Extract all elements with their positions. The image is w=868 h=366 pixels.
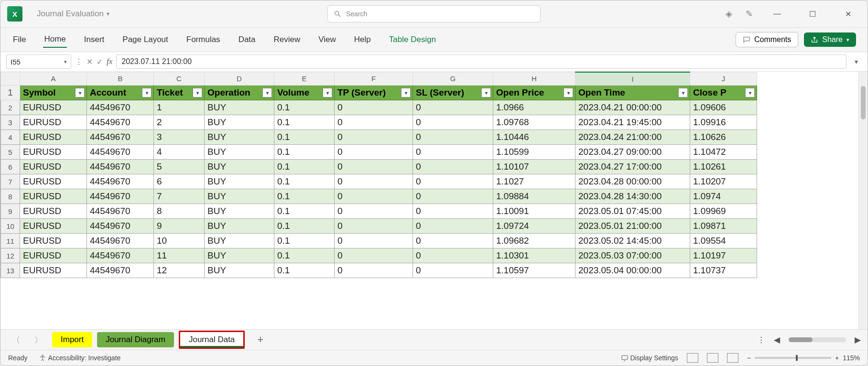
ribbon-tab-data[interactable]: Data — [238, 32, 257, 47]
cell[interactable]: EURUSD — [20, 263, 87, 278]
cell[interactable]: 44549670 — [87, 263, 154, 278]
cell[interactable]: 7 — [154, 189, 205, 204]
sheet-nav-next[interactable]: 〉 — [30, 334, 47, 345]
cell[interactable]: 1.09916 — [690, 115, 757, 130]
ribbon-tab-page-layout[interactable]: Page Layout — [121, 32, 169, 47]
cell[interactable]: 1.09884 — [493, 189, 575, 204]
maximize-button[interactable]: ☐ — [802, 10, 824, 19]
cell[interactable]: 1.09606 — [690, 100, 757, 115]
cell[interactable]: 0 — [335, 174, 413, 189]
ribbon-tab-help[interactable]: Help — [353, 32, 372, 47]
header-cell[interactable]: Ticket▾ — [154, 86, 205, 100]
cell[interactable]: 2023.04.28 00:00:00 — [575, 174, 690, 189]
cell[interactable]: 2023.04.21 00:00:00 — [575, 100, 690, 115]
cell[interactable]: 1.0966 — [493, 100, 575, 115]
formula-input[interactable]: 2023.07.11 21:00:00 — [116, 54, 846, 69]
cell[interactable]: 2023.05.04 00:00:00 — [575, 263, 690, 278]
cell[interactable]: 2023.04.27 17:00:00 — [575, 160, 690, 174]
filter-dropdown-icon[interactable]: ▾ — [323, 88, 332, 97]
filter-dropdown-icon[interactable]: ▾ — [193, 88, 202, 97]
cell[interactable]: 2023.05.01 07:45:00 — [575, 204, 690, 219]
cell[interactable]: 8 — [154, 204, 205, 219]
cell[interactable]: 0 — [413, 130, 493, 145]
cell[interactable]: 0 — [413, 145, 493, 160]
cancel-formula-icon[interactable]: ✕ — [87, 57, 93, 66]
filter-dropdown-icon[interactable]: ▾ — [142, 88, 152, 97]
cell[interactable]: 1.09554 — [690, 234, 757, 248]
cell[interactable]: 0 — [335, 145, 413, 160]
view-normal-icon[interactable] — [687, 353, 698, 363]
filter-dropdown-icon[interactable]: ▾ — [481, 88, 491, 97]
cell[interactable]: 3 — [154, 130, 205, 145]
cell[interactable]: 0 — [413, 115, 493, 130]
vertical-scrollbar[interactable] — [858, 72, 868, 329]
horizontal-scrollbar[interactable] — [789, 337, 846, 342]
cell[interactable]: 6 — [154, 174, 205, 189]
row-number[interactable]: 8 — [1, 189, 20, 204]
header-cell[interactable]: Open Time▾ — [575, 86, 690, 100]
cell[interactable]: 0.1 — [274, 204, 335, 219]
cell[interactable]: EURUSD — [20, 248, 87, 263]
cell[interactable]: BUY — [205, 234, 274, 248]
name-box[interactable]: I55 ▾ — [6, 54, 71, 69]
cell[interactable]: 9 — [154, 219, 205, 234]
column-letter-H[interactable]: H — [493, 72, 575, 86]
cell[interactable]: EURUSD — [20, 145, 87, 160]
fx-icon[interactable]: fx — [107, 57, 112, 66]
ribbon-tab-file[interactable]: File — [12, 32, 27, 47]
cell[interactable]: 0 — [413, 189, 493, 204]
ribbon-tab-insert[interactable]: Insert — [83, 32, 106, 47]
hscroll-right-icon[interactable]: ▶ — [855, 335, 861, 345]
cell[interactable]: 1.10091 — [493, 204, 575, 219]
add-sheet-button[interactable]: + — [250, 334, 271, 346]
cell[interactable]: 2023.04.21 19:45:00 — [575, 115, 690, 130]
accept-formula-icon[interactable]: ✓ — [97, 57, 103, 66]
cell[interactable]: EURUSD — [20, 204, 87, 219]
row-number[interactable]: 7 — [1, 174, 20, 189]
share-button[interactable]: Share ▾ — [804, 32, 856, 47]
cell[interactable]: BUY — [205, 189, 274, 204]
cell[interactable]: 1.10597 — [493, 263, 575, 278]
header-cell[interactable]: Symbol▾ — [20, 86, 87, 100]
document-title[interactable]: Journal Evaluation ▾ — [37, 9, 109, 19]
ribbon-tab-table-design[interactable]: Table Design — [388, 32, 437, 47]
cell[interactable]: 0 — [413, 263, 493, 278]
header-cell[interactable]: Account▾ — [87, 86, 154, 100]
cell[interactable]: 44549670 — [87, 145, 154, 160]
cell[interactable]: 1.10737 — [690, 263, 757, 278]
zoom-slider[interactable] — [755, 357, 831, 359]
cell[interactable]: 0 — [413, 204, 493, 219]
search-input[interactable]: Search — [327, 5, 541, 22]
cell[interactable]: 44549670 — [87, 174, 154, 189]
scrollbar-thumb[interactable] — [789, 337, 813, 342]
column-letter-B[interactable]: B — [87, 72, 154, 86]
row-number[interactable]: 4 — [1, 130, 20, 145]
cell[interactable]: 0.1 — [274, 263, 335, 278]
cell[interactable]: 2023.05.03 07:00:00 — [575, 248, 690, 263]
cell[interactable]: BUY — [205, 145, 274, 160]
cell[interactable]: 0 — [335, 263, 413, 278]
zoom-handle[interactable] — [796, 355, 798, 361]
cell[interactable]: 1.10107 — [493, 160, 575, 174]
zoom-in-button[interactable]: + — [835, 354, 839, 362]
cell[interactable]: 0 — [335, 219, 413, 234]
cell[interactable]: EURUSD — [20, 219, 87, 234]
header-cell[interactable]: Operation▾ — [205, 86, 274, 100]
ribbon-tab-view[interactable]: View — [317, 32, 337, 47]
cell[interactable]: BUY — [205, 130, 274, 145]
cell[interactable]: 0.1 — [274, 145, 335, 160]
close-button[interactable]: ✕ — [837, 10, 859, 19]
sheet-tab-diagram[interactable]: Journal Diagram — [97, 332, 174, 347]
cell[interactable]: 0.1 — [274, 100, 335, 115]
pen-icon[interactable]: ✎ — [746, 9, 753, 19]
zoom-out-button[interactable]: − — [747, 354, 751, 362]
hscroll-left-icon[interactable]: ◀ — [774, 335, 780, 345]
cell[interactable]: BUY — [205, 160, 274, 174]
cell[interactable]: 44549670 — [87, 189, 154, 204]
cell[interactable]: EURUSD — [20, 234, 87, 248]
column-letter-C[interactable]: C — [154, 72, 205, 86]
cell[interactable]: 1.10261 — [690, 160, 757, 174]
filter-dropdown-icon[interactable]: ▾ — [745, 88, 755, 97]
cell[interactable]: 0.1 — [274, 115, 335, 130]
minimize-button[interactable]: — — [766, 10, 788, 18]
